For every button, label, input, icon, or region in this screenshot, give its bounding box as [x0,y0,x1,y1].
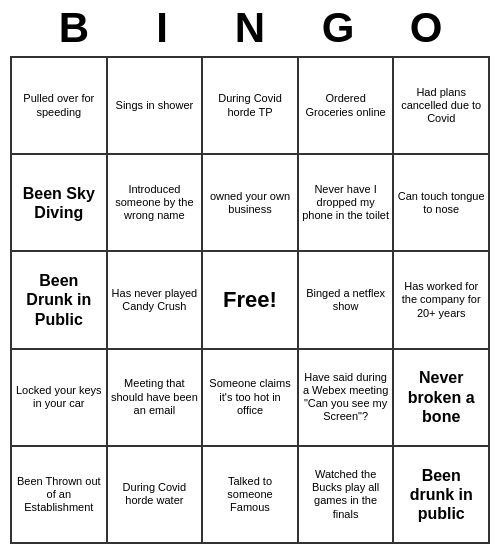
bingo-cell-6: Introduced someone by the wrong name [107,154,203,251]
bingo-cell-15: Locked your keys in your car [11,349,107,446]
bingo-cell-5: Been Sky Diving [11,154,107,251]
bingo-cell-8: Never have I dropped my phone in the toi… [298,154,394,251]
bingo-cell-18: Have said during a Webex meeting "Can yo… [298,349,394,446]
bingo-letter-i: I [118,4,206,52]
bingo-grid: Pulled over for speedingSings in showerD… [10,56,490,544]
bingo-cell-20: Been Thrown out of an Establishment [11,446,107,543]
bingo-letter-o: O [382,4,470,52]
bingo-cell-13: Binged a netflex show [298,251,394,348]
bingo-cell-11: Has never played Candy Crush [107,251,203,348]
bingo-cell-21: During Covid horde water [107,446,203,543]
bingo-header: BINGO [10,0,490,56]
bingo-cell-9: Can touch tongue to nose [393,154,489,251]
bingo-cell-10: Been Drunk in Public [11,251,107,348]
bingo-letter-g: G [294,4,382,52]
bingo-cell-12: Free! [202,251,298,348]
bingo-cell-2: During Covid horde TP [202,57,298,154]
bingo-letter-n: N [206,4,294,52]
bingo-cell-19: Never broken a bone [393,349,489,446]
bingo-cell-3: Ordered Groceries online [298,57,394,154]
bingo-cell-0: Pulled over for speeding [11,57,107,154]
bingo-cell-24: Been drunk in public [393,446,489,543]
bingo-cell-4: Had plans cancelled due to Covid [393,57,489,154]
bingo-letter-b: B [30,4,118,52]
bingo-cell-22: Talked to someone Famous [202,446,298,543]
bingo-cell-23: Watched the Bucks play all games in the … [298,446,394,543]
bingo-cell-16: Meeting that should have been an email [107,349,203,446]
bingo-cell-1: Sings in shower [107,57,203,154]
bingo-cell-14: Has worked for the company for 20+ years [393,251,489,348]
bingo-cell-17: Someone claims it's too hot in office [202,349,298,446]
bingo-cell-7: owned your own business [202,154,298,251]
